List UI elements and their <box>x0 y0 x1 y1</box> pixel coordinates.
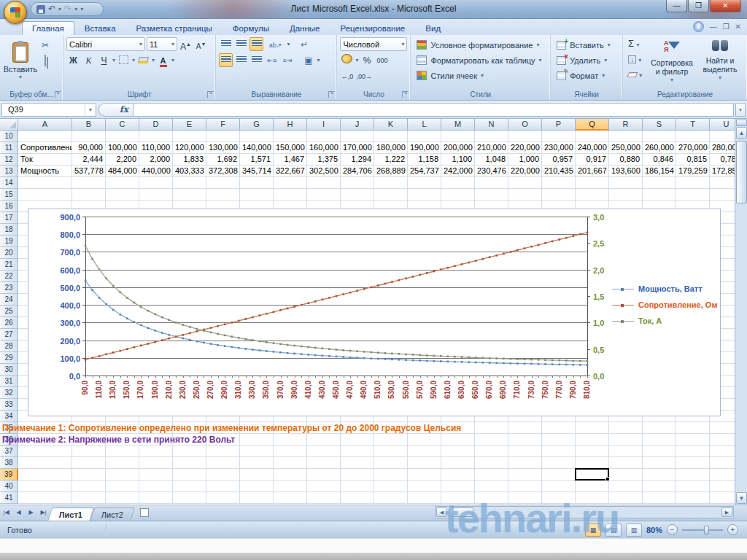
cell-P38[interactable] <box>542 457 576 469</box>
cell-F15[interactable] <box>206 189 240 201</box>
column-header-S[interactable]: S <box>643 119 676 131</box>
cell-B13[interactable]: 537,778 <box>72 166 106 177</box>
zoom-in-icon[interactable]: + <box>727 524 738 535</box>
cell-P13[interactable]: 210,435 <box>542 166 576 177</box>
cell-S37[interactable] <box>643 446 676 457</box>
align-top-button[interactable] <box>219 37 233 51</box>
normal-view-icon[interactable]: ▦ <box>585 524 601 537</box>
wrap-text-button[interactable]: ↵ <box>297 37 311 51</box>
cell-Q37[interactable] <box>576 446 609 457</box>
cell-F13[interactable]: 372,308 <box>206 166 240 177</box>
cell-P36[interactable] <box>542 434 576 446</box>
column-header-K[interactable]: K <box>374 119 408 131</box>
cell-O38[interactable] <box>508 457 542 469</box>
cell-S11[interactable]: 260,000 <box>643 142 676 154</box>
cell-N11[interactable]: 210,000 <box>475 142 508 154</box>
cell-F41[interactable] <box>206 492 240 504</box>
underline-dropdown-icon[interactable]: ▾ <box>112 57 115 63</box>
shrink-font-button[interactable]: A▼ <box>194 37 208 51</box>
cell-R40[interactable] <box>609 481 643 492</box>
cell-R37[interactable] <box>609 446 643 457</box>
cell-J13[interactable]: 284,706 <box>341 166 374 177</box>
cell-G10[interactable] <box>240 131 274 142</box>
align-middle-button[interactable] <box>234 37 248 51</box>
cell-M11[interactable]: 200,000 <box>441 142 475 154</box>
row-header-20[interactable]: 20 <box>0 247 18 259</box>
cell-U13[interactable]: 172,857 <box>710 166 735 177</box>
cell-M38[interactable] <box>441 457 475 469</box>
format-as-table-button[interactable]: Форматировать как таблицу▾ <box>414 52 547 68</box>
font-size-combo[interactable]: 11▾ <box>147 37 177 51</box>
cell-N38[interactable] <box>475 457 508 469</box>
cell-F12[interactable]: 1,692 <box>206 154 240 166</box>
cell-P41[interactable] <box>542 492 576 504</box>
cell-G12[interactable]: 1,571 <box>240 154 274 166</box>
borders-dropdown-icon[interactable]: ▾ <box>132 57 135 63</box>
cell-H37[interactable] <box>274 446 307 457</box>
tab-dannye[interactable]: Данные <box>279 21 330 35</box>
cell-T37[interactable] <box>676 446 710 457</box>
delete-cells-button[interactable]: Удалить▾ <box>554 52 619 68</box>
legend-item-0[interactable]: Мощность, Ватт <box>612 281 719 297</box>
cell-B11[interactable]: 90,000 <box>72 142 106 154</box>
cell-O12[interactable]: 1,000 <box>508 154 542 166</box>
cell-H10[interactable] <box>274 131 307 142</box>
tab-formuly[interactable]: Формулы <box>222 21 279 35</box>
scroll-up-icon[interactable]: ▲ <box>736 127 747 139</box>
bold-button[interactable]: Ж <box>66 53 80 67</box>
legend-item-2[interactable]: Ток, А <box>612 313 719 329</box>
row-header-17[interactable]: 17 <box>0 212 18 224</box>
cell-A10[interactable] <box>18 131 72 142</box>
cell-E37[interactable] <box>173 446 206 457</box>
cell-O14[interactable] <box>508 177 542 189</box>
conditional-formatting-button[interactable]: Условное форматирование▾ <box>414 37 547 52</box>
align-center-button[interactable] <box>234 53 248 67</box>
cell-B40[interactable] <box>72 481 106 492</box>
worksheet-grid[interactable]: ABCDEFGHIJKLMNOPQRSTU 1011Сопротивлени90… <box>0 119 735 505</box>
column-header-P[interactable]: P <box>542 119 576 131</box>
column-header-Q[interactable]: Q <box>576 119 609 131</box>
cell-L11[interactable]: 190,000 <box>408 142 441 154</box>
cell-B41[interactable] <box>72 492 106 504</box>
cell-D39[interactable] <box>139 469 173 481</box>
format-cells-button[interactable]: Формат▾ <box>554 68 619 83</box>
cell-F11[interactable]: 130,000 <box>206 142 240 154</box>
find-select-button[interactable]: Найти и выделить▾ <box>696 37 744 85</box>
cell-I14[interactable] <box>307 177 341 189</box>
zoom-out-icon[interactable]: − <box>667 524 678 535</box>
cell-T15[interactable] <box>676 189 710 201</box>
vertical-scrollbar[interactable]: ▲ ▼ <box>735 119 747 505</box>
cell-S14[interactable] <box>643 177 676 189</box>
cell-K13[interactable]: 268,889 <box>374 166 408 177</box>
column-header-I[interactable]: I <box>307 119 341 131</box>
cell-O35[interactable] <box>508 422 542 434</box>
cell-N13[interactable]: 230,476 <box>475 166 508 177</box>
cell-T39[interactable] <box>676 469 710 481</box>
cell-E12[interactable]: 1,833 <box>173 154 206 166</box>
align-bottom-button[interactable] <box>249 37 263 51</box>
decrease-indent-button[interactable]: ⇤≡ <box>265 53 279 67</box>
cell-K39[interactable] <box>374 469 408 481</box>
row-header-19[interactable]: 19 <box>0 236 18 247</box>
cell-F14[interactable] <box>206 177 240 189</box>
autosum-button[interactable]: Σ ▾ <box>626 37 645 51</box>
cell-N15[interactable] <box>475 189 508 201</box>
cell-E38[interactable] <box>173 457 206 469</box>
cell-M15[interactable] <box>441 189 475 201</box>
cell-A14[interactable] <box>18 177 72 189</box>
row-header-33[interactable]: 33 <box>0 399 18 411</box>
cell-S39[interactable] <box>643 469 676 481</box>
column-header-G[interactable]: G <box>240 119 274 131</box>
cell-G14[interactable] <box>240 177 274 189</box>
accounting-dropdown-icon[interactable]: ▾ <box>355 57 358 63</box>
cell-D41[interactable] <box>139 492 173 504</box>
cell-S40[interactable] <box>643 481 676 492</box>
cell-F40[interactable] <box>206 481 240 492</box>
orientation-button[interactable]: ab↗ <box>265 37 285 51</box>
cell-K41[interactable] <box>374 492 408 504</box>
cell-F39[interactable] <box>206 469 240 481</box>
cell-J36[interactable] <box>341 434 374 446</box>
row-header-39[interactable]: 39 <box>0 469 18 481</box>
cell-Q11[interactable]: 240,000 <box>576 142 609 154</box>
cell-C37[interactable] <box>106 446 139 457</box>
